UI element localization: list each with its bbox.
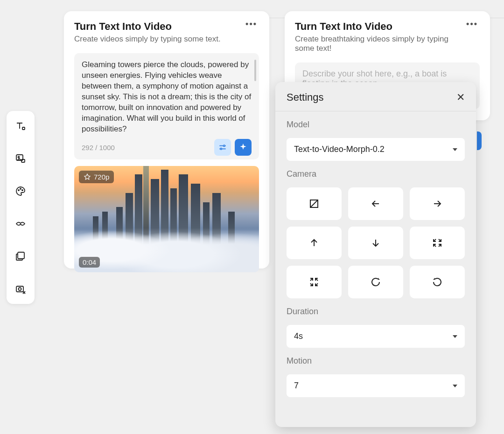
chevron-down-icon xyxy=(453,148,457,151)
svg-point-5 xyxy=(20,188,21,189)
camera-pan-right-button[interactable] xyxy=(410,187,465,220)
camera-grid xyxy=(287,187,465,298)
more-menu-button[interactable]: ••• xyxy=(464,21,480,27)
video-preview[interactable]: 720p 0:04 xyxy=(74,166,259,272)
camera-rotate-cw-button[interactable] xyxy=(410,266,465,298)
camera-remove-tool-icon[interactable] xyxy=(14,282,27,296)
chevron-down-icon xyxy=(453,385,457,387)
card-subtitle: Create breathtaking videos simply by typ… xyxy=(295,34,464,53)
card-subtitle: Create videos simply by typing some text… xyxy=(74,34,221,44)
svg-rect-3 xyxy=(21,159,25,162)
svg-point-9 xyxy=(19,288,21,290)
camera-label: Camera xyxy=(287,169,465,179)
model-dropdown[interactable]: Text-to-Video-Morph-0.2 xyxy=(287,138,465,161)
camera-zoom-in-button[interactable] xyxy=(287,266,342,298)
settings-toggle-button[interactable] xyxy=(214,139,231,156)
duration-dropdown[interactable]: 4s xyxy=(287,325,465,348)
duration-label: Duration xyxy=(287,307,465,317)
svg-rect-8 xyxy=(16,286,23,292)
tool-sidebar xyxy=(7,111,35,304)
prompt-input-box[interactable]: Gleaming towers pierce the clouds, power… xyxy=(74,53,259,159)
resolution-text: 720p xyxy=(94,173,109,181)
lips-tool-icon[interactable] xyxy=(14,217,27,230)
duration-badge: 0:04 xyxy=(79,257,100,268)
camera-none-button[interactable] xyxy=(287,187,342,220)
svg-rect-7 xyxy=(18,252,24,259)
camera-tilt-down-button[interactable] xyxy=(348,227,403,259)
settings-title: Settings xyxy=(287,91,324,103)
prompt-text: Gleaming towers pierce the clouds, power… xyxy=(82,60,252,134)
camera-zoom-out-button[interactable] xyxy=(410,227,465,259)
generate-button[interactable] xyxy=(235,139,252,156)
prompt-scrollbar[interactable] xyxy=(254,60,256,81)
motion-label: Motion xyxy=(287,356,465,366)
camera-tilt-up-button[interactable] xyxy=(287,227,342,259)
svg-point-6 xyxy=(22,190,23,191)
gallery-tool-icon[interactable] xyxy=(14,250,27,263)
duration-value: 4s xyxy=(294,331,303,341)
generate-button-sliver[interactable] xyxy=(477,131,482,150)
close-icon[interactable]: ✕ xyxy=(456,91,465,103)
motion-value: 7 xyxy=(294,381,299,391)
model-value: Text-to-Video-Morph-0.2 xyxy=(294,145,385,154)
model-label: Model xyxy=(287,120,465,130)
character-count: 292 / 1000 xyxy=(82,144,115,152)
image-tool-icon[interactable] xyxy=(14,152,27,165)
svg-point-2 xyxy=(18,157,20,158)
card-title: Turn Text Into Video xyxy=(295,21,464,33)
camera-rotate-ccw-button[interactable] xyxy=(348,266,403,298)
svg-rect-0 xyxy=(22,127,25,130)
text-tool-icon[interactable] xyxy=(14,119,27,132)
chevron-down-icon xyxy=(453,335,457,338)
motion-dropdown[interactable]: 7 xyxy=(287,374,465,397)
more-menu-button[interactable]: ••• xyxy=(244,21,259,27)
text-to-video-card-left: Turn Text Into Video Create videos simpl… xyxy=(64,11,269,269)
palette-tool-icon[interactable] xyxy=(14,185,27,198)
svg-point-11 xyxy=(220,148,222,150)
camera-pan-left-button[interactable] xyxy=(348,187,403,220)
card-title: Turn Text Into Video xyxy=(74,21,221,33)
duration-text: 0:04 xyxy=(83,258,96,266)
resolution-badge: 720p xyxy=(79,171,114,183)
settings-popover: Settings ✕ Model Text-to-Video-Morph-0.2… xyxy=(275,82,476,427)
svg-point-10 xyxy=(224,145,225,146)
svg-point-4 xyxy=(18,190,19,191)
